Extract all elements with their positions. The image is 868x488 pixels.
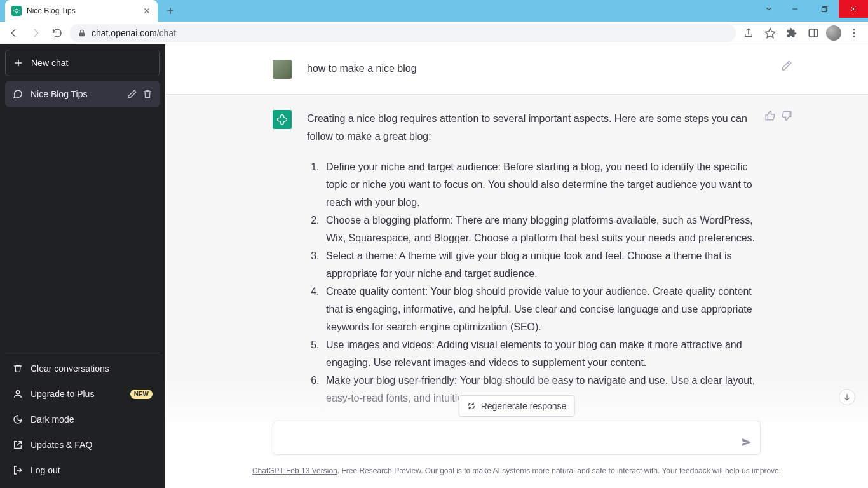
bookmark-button[interactable] — [761, 24, 779, 42]
assistant-intro: Creating a nice blog requires attention … — [307, 110, 761, 146]
footer-text: . Free Research Preview. Our goal is to … — [337, 466, 781, 475]
thumbs-down-icon[interactable] — [781, 110, 792, 121]
chat-icon — [13, 89, 23, 99]
url-text: chat.openai.com/chat — [92, 28, 176, 38]
version-link[interactable]: ChatGPT Feb 13 Version — [252, 466, 337, 475]
openai-favicon — [11, 6, 22, 16]
window-titlebar: Nice Blog Tips — [0, 0, 868, 22]
send-button[interactable] — [741, 437, 752, 448]
sidepanel-button[interactable] — [804, 24, 822, 42]
scroll-down-button[interactable] — [839, 389, 855, 405]
regenerate-label: Regenerate response — [481, 401, 567, 411]
trash-icon — [13, 363, 23, 374]
list-item: Define your niche and target audience: B… — [322, 158, 761, 212]
new-tab-button[interactable] — [161, 2, 179, 20]
list-item: Create quality content: Your blog should… — [322, 283, 761, 336]
delete-conversation-icon[interactable] — [142, 89, 153, 99]
thumbs-up-icon[interactable] — [764, 110, 776, 121]
upgrade-label: Upgrade to Plus — [31, 389, 94, 399]
regenerate-button[interactable]: Regenerate response — [459, 395, 575, 417]
message-input[interactable] — [283, 429, 729, 444]
clear-label: Clear conversations — [31, 363, 109, 374]
svg-point-6 — [853, 32, 855, 34]
conversation-title: Nice Blog Tips — [31, 89, 119, 99]
window-minimize-button[interactable] — [780, 0, 810, 18]
new-chat-button[interactable]: New chat — [5, 50, 160, 76]
window-close-button[interactable] — [839, 0, 868, 18]
profile-avatar[interactable] — [826, 25, 841, 41]
clear-conversations-button[interactable]: Clear conversations — [5, 356, 160, 381]
reload-button[interactable] — [48, 24, 66, 42]
svg-rect-3 — [79, 32, 85, 36]
updates-faq-button[interactable]: Updates & FAQ — [5, 432, 160, 458]
tab-search-button[interactable] — [757, 0, 780, 18]
assistant-avatar — [273, 110, 292, 129]
chat-main: how to make a nice blog Creating a nice … — [165, 44, 868, 488]
logout-button[interactable]: Log out — [5, 458, 160, 483]
upgrade-button[interactable]: Upgrade to Plus NEW — [5, 381, 160, 407]
edit-conversation-icon[interactable] — [127, 89, 137, 99]
new-chat-label: New chat — [31, 58, 68, 68]
moon-icon — [13, 414, 23, 424]
edit-message-icon[interactable] — [781, 60, 792, 71]
updates-label: Updates & FAQ — [31, 440, 92, 450]
footer-note: ChatGPT Feb 13 Version. Free Research Pr… — [200, 466, 832, 475]
list-item: Use images and videos: Adding visual ele… — [322, 336, 761, 372]
assistant-steps-list: Define your niche and target audience: B… — [307, 158, 761, 407]
forward-button[interactable] — [27, 24, 44, 42]
refresh-icon — [467, 402, 476, 410]
svg-point-0 — [15, 10, 18, 13]
browser-tab[interactable]: Nice Blog Tips — [5, 0, 158, 22]
assistant-message: Creating a nice blog requires attention … — [165, 95, 868, 423]
share-button[interactable] — [740, 24, 757, 42]
logout-icon — [13, 465, 23, 475]
user-message-text: how to make a nice blog — [307, 60, 761, 79]
tab-close-icon[interactable] — [142, 6, 151, 15]
svg-point-7 — [853, 35, 855, 37]
user-avatar — [273, 60, 292, 79]
svg-point-5 — [853, 29, 855, 30]
list-item: Select a theme: A theme will give your b… — [322, 247, 761, 283]
list-item: Choose a blogging platform: There are ma… — [322, 212, 761, 247]
address-bar[interactable]: chat.openai.com/chat — [70, 24, 736, 42]
user-message: how to make a nice blog — [165, 44, 868, 95]
message-input-container[interactable] — [273, 421, 761, 455]
logout-label: Log out — [31, 465, 60, 475]
assistant-message-content: Creating a nice blog requires attention … — [307, 110, 761, 407]
browser-toolbar: chat.openai.com/chat — [0, 22, 868, 44]
conversation-item[interactable]: Nice Blog Tips — [5, 81, 160, 107]
lock-icon — [78, 29, 86, 37]
back-button[interactable] — [5, 24, 23, 42]
dark-mode-label: Dark mode — [31, 414, 74, 424]
svg-point-8 — [16, 391, 19, 394]
new-badge: NEW — [130, 390, 153, 399]
dark-mode-button[interactable]: Dark mode — [5, 407, 160, 432]
svg-rect-2 — [822, 7, 826, 11]
extensions-button[interactable] — [783, 24, 801, 42]
tab-title: Nice Blog Tips — [27, 6, 137, 15]
sidebar: New chat Nice Blog Tips Clear conversati… — [0, 44, 165, 488]
svg-rect-4 — [809, 29, 818, 37]
external-link-icon — [13, 440, 23, 450]
window-maximize-button[interactable] — [810, 0, 839, 18]
user-icon — [13, 389, 23, 399]
menu-button[interactable] — [845, 24, 863, 42]
